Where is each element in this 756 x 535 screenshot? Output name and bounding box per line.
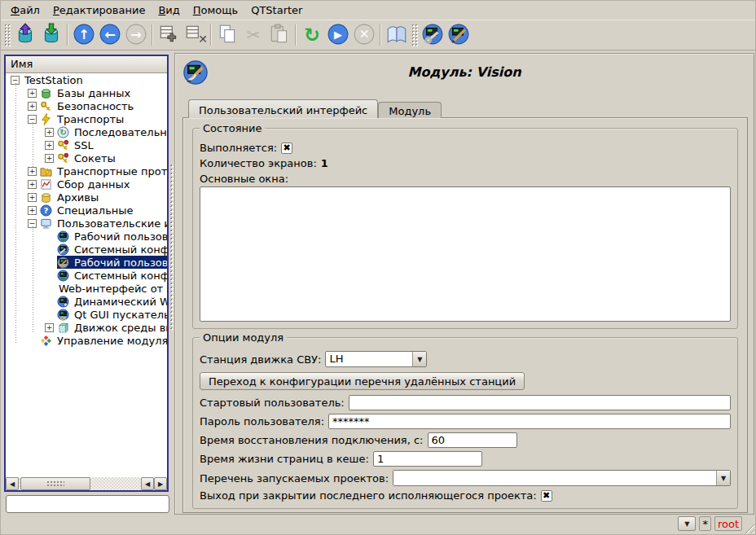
expand-icon[interactable]: +	[45, 128, 54, 137]
tab-user-interface[interactable]: Пользовательский интерфейс	[188, 99, 378, 118]
tree-item[interactable]: +Архивы	[6, 191, 167, 204]
manual-icon	[385, 23, 408, 48]
tree-item[interactable]: QtQt GUI пускатель	[6, 308, 167, 321]
start-button[interactable]: ▶	[325, 22, 351, 48]
station-combobox[interactable]: LH ▼	[325, 351, 427, 367]
toolbar-drag-handle[interactable]	[411, 24, 418, 46]
chevron-down-icon[interactable]: ▼	[412, 352, 426, 366]
tree-rows: −TestStation+Базы данных+Безопасность−Тр…	[6, 73, 167, 476]
vision-dev-button[interactable]	[446, 22, 472, 48]
tree-horizontal-scrollbar[interactable]: ◀ ◀ ▶	[6, 477, 167, 490]
tree-item-label: Безопасность	[55, 100, 135, 112]
menu-qtstarter[interactable]: QTStarter	[244, 2, 309, 19]
tree-item-label: Сокеты	[73, 152, 117, 164]
toolbar-drag-handle[interactable]	[4, 24, 11, 46]
svg-text:▶: ▶	[334, 28, 342, 40]
tree-item[interactable]: −TestStation	[6, 73, 167, 86]
expand-icon[interactable]: +	[28, 102, 37, 111]
tree-item[interactable]: +Безопасность	[6, 99, 167, 112]
scroll-right-button[interactable]: ▶	[154, 477, 167, 490]
scroll-track[interactable]	[90, 477, 141, 490]
screens-count-label: Количество экранов:	[200, 157, 317, 169]
chevron-down-icon[interactable]: ▼	[716, 471, 730, 485]
current-user-badge[interactable]: root	[714, 516, 742, 531]
configurator-button[interactable]	[420, 22, 446, 48]
expand-icon[interactable]: +	[45, 323, 54, 332]
expand-icon[interactable]: +	[45, 154, 54, 163]
navigation-tree: Имя −TestStation+Базы данных+Безопасност…	[4, 55, 169, 492]
goto-remote-stations-button[interactable]: Переход к конфигурации перечня удалённых…	[200, 372, 525, 390]
stop-button: ✕	[351, 22, 377, 48]
tree-item[interactable]: +Базы данных	[6, 86, 167, 99]
scroll-thumb[interactable]	[20, 477, 90, 490]
save-to-db-button[interactable]	[38, 22, 64, 48]
tree-filter-input[interactable]	[6, 495, 169, 513]
up-level-button[interactable]: ↑	[71, 22, 97, 48]
serial-icon: ↻	[57, 126, 69, 138]
expand-icon[interactable]: +	[28, 167, 37, 176]
menu-редактирование[interactable]: Редактирование	[46, 2, 152, 19]
manual-button[interactable]	[384, 22, 410, 48]
tree-item[interactable]: +Движок среды ви	[6, 321, 167, 334]
refresh-button[interactable]: ↻	[299, 22, 325, 48]
database-icon	[40, 87, 52, 99]
cut-icon: ✂	[242, 23, 265, 48]
tab-bar: Пользовательский интерфейсМодуль	[188, 99, 442, 118]
tree-item[interactable]: +↻Последовательны	[6, 125, 167, 138]
tree-item-label: Специальные	[55, 204, 135, 217]
tree-item[interactable]: Рабочий пользова	[6, 256, 167, 269]
cache-lifetime-input[interactable]	[373, 451, 482, 467]
scroll-left-button-2[interactable]: ◀	[141, 477, 154, 490]
menu-вид[interactable]: Вид	[152, 2, 186, 19]
running-checkbox[interactable]: ✖	[281, 143, 292, 154]
expand-icon[interactable]: +	[45, 141, 54, 150]
back-icon: ←	[99, 23, 121, 48]
start-user-input[interactable]	[349, 395, 731, 410]
tree-item[interactable]: Динамический W	[6, 295, 167, 308]
user-password-input[interactable]	[328, 414, 731, 429]
tree-item[interactable]: Web-интерфейс от п	[6, 282, 167, 295]
main-windows-list[interactable]	[200, 186, 731, 322]
back-button[interactable]: ←	[97, 22, 123, 48]
tree-item-label: Последовательны	[73, 126, 167, 138]
run-projects-combobox[interactable]: ▼	[393, 470, 731, 486]
expand-icon[interactable]: +	[28, 193, 37, 202]
expand-icon[interactable]: +	[28, 180, 37, 189]
status-star-panel: *	[699, 516, 711, 531]
menu-помощь[interactable]: Помощь	[187, 2, 244, 19]
tree-item-label: Рабочий пользова	[73, 230, 167, 243]
tree-item[interactable]: Системный конф	[6, 243, 167, 256]
add-item-button[interactable]	[156, 22, 182, 48]
tree-item[interactable]: +?Специальные	[6, 204, 167, 217]
expand-icon[interactable]: +	[28, 89, 37, 98]
toolbar-separator	[210, 24, 212, 46]
scroll-left-button[interactable]: ◀	[6, 477, 19, 490]
copy-button[interactable]	[214, 22, 240, 48]
sockets-icon	[57, 152, 69, 164]
reconnect-time-input[interactable]	[428, 432, 517, 448]
load-from-db-button[interactable]	[12, 22, 38, 48]
menu-файл[interactable]: Файл	[4, 2, 46, 19]
ui-icon	[40, 217, 52, 230]
tree-item[interactable]: Управление модулям	[6, 334, 167, 347]
tree-item[interactable]: −Транспорты	[6, 112, 167, 125]
expand-icon[interactable]: +	[28, 206, 37, 215]
exit-on-close-checkbox[interactable]: ✖	[541, 490, 552, 502]
remove-item-button[interactable]: ✕	[182, 22, 208, 48]
status-dropdown-button[interactable]: ▼	[678, 516, 696, 531]
paste-button	[266, 22, 292, 48]
tree-item[interactable]: WРабочий пользова	[6, 230, 167, 243]
tree-item[interactable]: +SSL	[6, 138, 167, 151]
tab-module[interactable]: Модуль	[378, 102, 442, 118]
security-icon	[40, 100, 52, 112]
tree-item[interactable]: Системный конф	[6, 269, 167, 282]
tree-item[interactable]: +Транспортные прото	[6, 164, 167, 178]
tree-header[interactable]: Имя	[6, 56, 167, 73]
run-projects-input[interactable]	[393, 471, 716, 485]
tree-item[interactable]: +Сбор данных	[6, 178, 167, 191]
tree-item-label: TestStation	[23, 74, 85, 86]
tree-item[interactable]: +Сокеты	[6, 151, 167, 164]
tree-item[interactable]: −Пользовательские и	[6, 217, 167, 230]
svg-text:✕: ✕	[359, 27, 370, 42]
svg-text:✕: ✕	[198, 32, 206, 45]
